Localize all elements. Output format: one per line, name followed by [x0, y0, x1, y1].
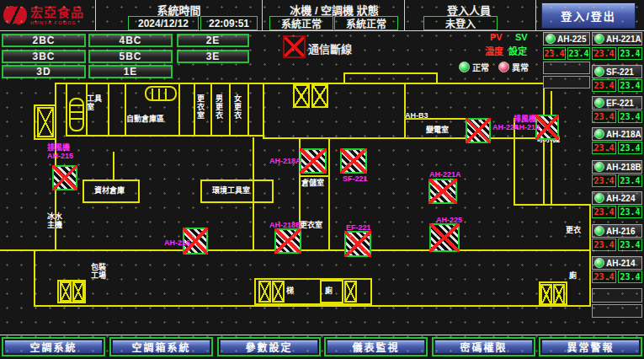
plan-wall	[113, 152, 114, 180]
comm-fail-x-icon	[300, 148, 327, 174]
shaft-x-icon	[37, 107, 54, 137]
plan-wall	[404, 83, 406, 137]
footer-button-3[interactable]: 參數設定	[220, 340, 318, 354]
plan-wall	[514, 204, 591, 206]
shaft-x-icon	[293, 84, 310, 108]
room-label: 廁	[325, 287, 333, 295]
plan-wall	[247, 83, 249, 135]
plan-wall	[589, 206, 591, 307]
footer-button-2[interactable]: 空調箱系統	[112, 340, 210, 354]
unit-panel-ah-214[interactable]: AH-214	[592, 256, 642, 270]
unit-panel-ah-218a[interactable]: AH-218A	[592, 127, 642, 141]
comm-fail-x-icon	[466, 118, 491, 143]
unit-panel-sf-221[interactable]: SF-221	[592, 65, 642, 78]
shaft-x-icon	[258, 281, 271, 303]
unit-name-label: AH-224	[606, 194, 635, 203]
pv-legend: PV	[490, 32, 503, 42]
sv-value: 23.4	[618, 271, 642, 283]
device-tag-ah-218a: AH-218A	[269, 157, 301, 165]
unit-values-ah-218a: 23.423.4	[592, 142, 642, 154]
device-tag-ah-225: AH-225	[436, 216, 462, 224]
device-commfail-ah-221a[interactable]	[428, 179, 457, 204]
plan-wall	[178, 83, 180, 135]
device-tag-ah-218b: AH-218B	[269, 221, 301, 229]
unit-panel-ah-216[interactable]: AH-216	[592, 224, 642, 238]
plan-wall	[436, 83, 544, 84]
plan-wall	[82, 180, 84, 203]
room-label: 資材倉庫	[94, 186, 125, 195]
device-commfail-ah-215[interactable]	[52, 165, 77, 190]
device-commfail-ah-218b[interactable]	[274, 228, 301, 254]
plan-wall	[34, 138, 56, 140]
room-label: 更衣室	[196, 94, 205, 120]
device-commfail-ef-221[interactable]	[344, 231, 371, 257]
pv-value: 23.4	[592, 238, 616, 251]
normal-legend: 正常	[459, 61, 489, 73]
plan-wall	[34, 249, 35, 307]
plan-wall	[543, 83, 545, 206]
footer-button-6[interactable]: 異常警報	[541, 340, 640, 354]
unit-status-led	[546, 34, 556, 44]
room-label: 倉儲室	[301, 179, 324, 187]
unit-status-led	[594, 226, 604, 236]
footer-button-4[interactable]: 儀表監視	[327, 340, 425, 354]
footer-button-5[interactable]: 密碼權限	[434, 340, 533, 354]
plan-wall	[272, 180, 274, 203]
comm-fail-x-icon	[340, 148, 367, 174]
device-tag-ah-214: 排風機 AH-214	[514, 115, 540, 131]
footer-button-frame: 儀表監視	[324, 337, 428, 356]
device-commfail-sf-221[interactable]	[340, 148, 367, 174]
abnormal-label: 異常	[512, 61, 529, 73]
unit-name-label: SF-221	[606, 67, 634, 77]
unit-status-led	[594, 129, 604, 139]
room-label: 環境工具室	[212, 186, 250, 195]
footer-button-frame: 空調系統	[2, 337, 105, 356]
room-label: 包裝 工場	[91, 263, 106, 280]
unit-name-label: EF-221	[606, 99, 634, 108]
sv-value: 23.4	[618, 206, 642, 218]
unit-name-label: AH-218A	[606, 130, 641, 139]
footer-button-1[interactable]: 空調系統	[4, 340, 103, 354]
room-label: 梯	[286, 287, 294, 295]
plan-wall	[253, 137, 254, 249]
sv-name-label: 設定	[508, 44, 527, 57]
pv-name-label: 溫度	[485, 44, 503, 57]
unit-panel-ah-224[interactable]: AH-224	[592, 191, 642, 205]
plan-wall	[229, 83, 231, 135]
sv-legend: SV	[515, 32, 528, 42]
room-label: 更衣室	[300, 221, 322, 229]
unit-panel-ah-221a[interactable]: AH-221A	[592, 32, 642, 46]
shaft-x-icon	[272, 281, 285, 303]
shaft-x-icon	[553, 284, 565, 305]
shaft-x-icon	[311, 84, 328, 108]
sv-value: 23.4	[618, 238, 642, 251]
plan-wall	[125, 83, 126, 135]
device-commfail-ah-224[interactable]	[466, 118, 491, 143]
empty-unit-slot	[543, 62, 590, 74]
device-commfail-ah-218a[interactable]	[300, 148, 327, 174]
shaft-x-icon	[60, 281, 72, 302]
shaft-x-icon	[540, 284, 552, 305]
unit-panel-ah-225[interactable]: AH-225	[543, 32, 590, 46]
unit-name-label: AH-221A	[606, 35, 641, 44]
room-label: 男更衣	[215, 94, 223, 120]
pv-value: 23.4	[543, 47, 566, 60]
sv-value: 23.4	[618, 142, 642, 154]
shaft-x-icon	[344, 281, 357, 303]
unit-status-led	[594, 98, 604, 108]
plan-wall	[82, 180, 140, 181]
stairs-icon	[69, 98, 84, 131]
plan-wall	[200, 201, 274, 203]
room-label: AH-B3	[405, 111, 428, 120]
unit-panel-ah-218b[interactable]: AH-218B	[592, 160, 642, 174]
unit-panel-ef-221[interactable]: EF-221	[592, 96, 642, 110]
device-tag-ah-215: 排風機 AH-215	[47, 143, 73, 160]
device-commfail-ah-225[interactable]	[429, 223, 460, 252]
unit-status-led	[594, 34, 604, 44]
room-label: 變電室	[426, 126, 449, 134]
pv-value: 23.4	[592, 174, 616, 187]
sv-value: 23.4	[618, 79, 642, 92]
plan-wall	[263, 137, 543, 139]
plan-wall	[34, 104, 35, 140]
shaft-x-icon	[72, 281, 84, 302]
